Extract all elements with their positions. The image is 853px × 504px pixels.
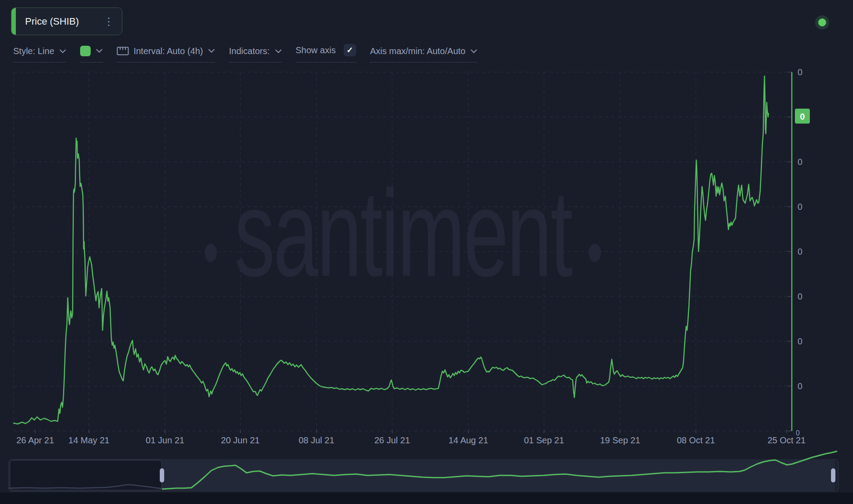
chart-page: santiment Price (SHIB) ⋮ Style: Line Int… (0, 0, 853, 504)
x-tick-label: 01 Jun 21 (146, 435, 184, 445)
chart-plot-area[interactable]: 00000000026 Apr 2114 May 2101 Jun 2120 J… (0, 0, 853, 504)
y-tick-label: 0 (798, 381, 802, 391)
price-line[interactable] (14, 76, 768, 424)
navigator-line-selected (162, 451, 837, 489)
x-tick-label: 08 Oct 21 (677, 435, 715, 445)
x-tick-label: 20 Jun 21 (221, 435, 260, 445)
navigator-line-unselected (9, 485, 162, 489)
navigator-right-handle[interactable] (831, 468, 835, 482)
x-tick-label: 08 Jul 21 (298, 435, 334, 445)
y-tick-label: 0 (798, 247, 802, 256)
x-tick-label: 25 Oct 21 (768, 435, 806, 445)
y-tick-label: 0 (798, 336, 802, 346)
y-tick-label: 0 (798, 157, 802, 167)
navigator-left-handle[interactable] (160, 468, 164, 482)
x-tick-label: 14 May 21 (68, 435, 109, 445)
x-tick-label: 26 Apr 21 (16, 435, 54, 445)
y-tick-label: 0 (798, 202, 802, 212)
x-tick-label: 26 Jul 21 (374, 435, 410, 445)
x-tick-label: 01 Sep 21 (524, 435, 564, 445)
x-tick-label: 14 Aug 21 (449, 435, 488, 445)
current-value-badge-label: 0 (800, 112, 805, 121)
x-tick-label: 19 Sep 21 (600, 435, 640, 445)
y-tick-label: 0 (798, 67, 802, 77)
y-tick-label: 0 (798, 292, 802, 301)
